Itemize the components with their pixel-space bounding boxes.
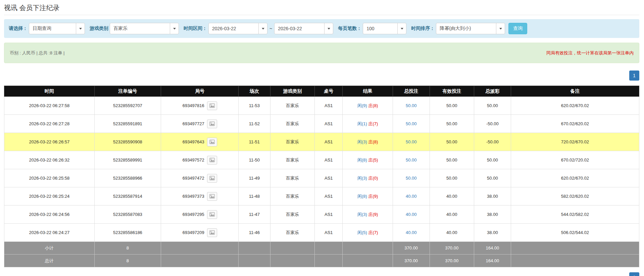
cell-valid-bet: 50.00: [430, 97, 474, 115]
cell-payout: 38.00: [474, 224, 511, 242]
total-bet-link[interactable]: 40.00: [406, 230, 417, 235]
total-bet-link[interactable]: 50.00: [406, 176, 417, 181]
cell-valid-bet: 50.00: [430, 151, 474, 169]
range-separator: ~: [269, 26, 272, 31]
cell-bet-id: 523285590908: [94, 133, 161, 151]
round-image-button[interactable]: [207, 101, 217, 110]
image-icon: [209, 194, 215, 198]
cell-result: 闲(3) 庄(0): [343, 169, 393, 187]
cell-valid-bet: 50.00: [430, 115, 474, 133]
cell-total-bet: 50.00: [393, 97, 430, 115]
summary-valid-bet: 370.00: [430, 242, 474, 255]
cell-table-no: AS1: [315, 224, 343, 242]
pagination-top: 1: [4, 71, 639, 81]
result-banker: 庄(7): [368, 121, 378, 126]
query-type-dropdown-button[interactable]: [76, 23, 85, 34]
image-icon: [209, 103, 215, 108]
page-button-1-bottom[interactable]: 1: [629, 272, 639, 276]
column-header: 注单编号: [94, 86, 161, 97]
query-type-input[interactable]: [29, 23, 76, 34]
cell-remark: 670.02/720.02: [511, 151, 639, 169]
cell-result: 闲(5) 庄(7): [343, 224, 393, 242]
page-button-1[interactable]: 1: [629, 71, 639, 81]
cell-table-no: AS1: [315, 133, 343, 151]
result-player: 闲(9): [357, 103, 367, 108]
cell-round: 693497373: [161, 187, 239, 205]
cell-bet-id: 523285587083: [94, 205, 161, 224]
round-image-button[interactable]: [207, 138, 217, 146]
page-size-input[interactable]: [363, 23, 398, 34]
total-bet-link[interactable]: 50.00: [406, 157, 417, 163]
date-from-input[interactable]: [208, 23, 259, 34]
cell-total-bet: 40.00: [393, 187, 430, 205]
summary-count: 8: [94, 242, 161, 255]
page-title: 视讯 会员下注纪录: [4, 3, 639, 12]
summary-empty-cell: [270, 255, 314, 267]
cell-game-type: 百家乐: [270, 224, 314, 242]
round-image-button[interactable]: [207, 228, 217, 237]
cell-time: 2026-03-22 06:25:58: [4, 169, 95, 187]
column-header: 总投注: [393, 86, 430, 97]
total-bet-link[interactable]: 50.00: [406, 139, 417, 144]
column-header: 局号: [161, 86, 239, 97]
cell-remark: 506.02/544.02: [511, 224, 639, 242]
cell-game-type: 百家乐: [270, 115, 314, 133]
cell-payout: -50.00: [474, 133, 511, 151]
date-to-dropdown-button[interactable]: [324, 23, 333, 34]
result-player: 闲(5): [357, 230, 367, 235]
currency-summary-text: 币别 : 人民币 | 总共 :8 注单 |: [10, 50, 65, 56]
round-image-button[interactable]: [207, 120, 217, 128]
cell-valid-bet: 40.00: [430, 205, 474, 224]
total-bet-link[interactable]: 40.00: [406, 194, 417, 199]
image-icon: [209, 140, 215, 144]
game-type-input[interactable]: [110, 23, 170, 34]
result-player: 闲(8): [357, 157, 367, 163]
date-from-dropdown-button[interactable]: [258, 23, 267, 34]
game-type-dropdown-button[interactable]: [170, 23, 179, 34]
total-bet-link[interactable]: 40.00: [406, 212, 417, 217]
table-row: 2026-03-22 06:24:27523285586186693497209…: [4, 224, 639, 242]
date-to-input[interactable]: [274, 23, 325, 34]
cell-remark: 582.02/620.02: [511, 187, 639, 205]
image-icon: [209, 122, 215, 126]
title-divider: [4, 15, 639, 15]
page-size-label: 每页笔数：: [338, 26, 361, 32]
column-header: 结果: [343, 86, 393, 97]
cell-round: 693497209: [161, 224, 239, 242]
cell-round: 693497295: [161, 205, 239, 224]
chevron-down-icon: [173, 28, 176, 30]
cell-payout: 50.00: [474, 151, 511, 169]
total-bet-link[interactable]: 50.00: [406, 121, 417, 126]
column-header: 桌号: [315, 86, 343, 97]
table-body: 2026-03-22 06:27:58523285592707693497816…: [4, 97, 639, 242]
summary-empty-cell: [511, 255, 639, 267]
cell-game-type: 百家乐: [270, 133, 314, 151]
cell-remark: 620.02/670.02: [511, 169, 639, 187]
summary-empty-cell: [343, 242, 393, 255]
image-icon: [209, 158, 215, 162]
cell-time: 2026-03-22 06:24:56: [4, 205, 95, 224]
sort-dropdown-button[interactable]: [496, 23, 505, 34]
total-bet-link[interactable]: 50.00: [406, 103, 417, 108]
round-image-button[interactable]: [207, 192, 217, 201]
cell-table-no: AS1: [315, 169, 343, 187]
round-image-button[interactable]: [207, 156, 217, 165]
cell-game-type: 百家乐: [270, 205, 314, 224]
table-row: 2026-03-22 06:27:28523285591891693497727…: [4, 115, 639, 133]
search-button[interactable]: 查询: [508, 23, 527, 34]
summary-row: 总计8370.00370.00164.00: [4, 255, 639, 267]
sort-input[interactable]: [436, 23, 496, 34]
cell-remark: 620.02/670.02: [511, 97, 639, 115]
round-number: 693497295: [183, 212, 204, 217]
round-image-button[interactable]: [207, 210, 217, 219]
cell-time: 2026-03-22 06:24:27: [4, 224, 95, 242]
round-number: 693497643: [183, 139, 204, 144]
cell-game-type: 百家乐: [270, 151, 314, 169]
date-to-combo: [274, 23, 333, 34]
cell-table-no: AS1: [315, 151, 343, 169]
summary-total-bet: 370.00: [393, 255, 430, 267]
page-size-dropdown-button[interactable]: [397, 23, 406, 34]
round-image-button[interactable]: [207, 174, 217, 183]
records-table: 时间注单编号局号场次游戏类别桌号结果总投注有效投注总派彩备注 2026-03-2…: [4, 86, 639, 267]
cell-bet-id: 523285591891: [94, 115, 161, 133]
